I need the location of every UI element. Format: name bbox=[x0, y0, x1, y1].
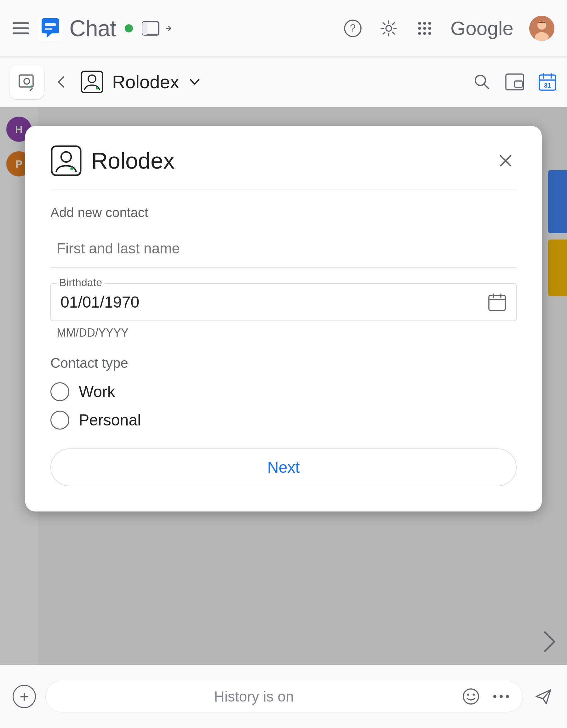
svg-line-23 bbox=[30, 88, 32, 91]
radio-work-label: Work bbox=[79, 383, 115, 401]
modal-title-row: Rolodex bbox=[50, 145, 175, 176]
help-button[interactable]: ? bbox=[343, 18, 363, 38]
more-options-button[interactable] bbox=[492, 694, 510, 699]
radio-personal-label: Personal bbox=[79, 411, 141, 429]
add-contact-section-label: Add new contact bbox=[50, 205, 517, 220]
window-tab-icon[interactable] bbox=[142, 21, 173, 36]
svg-point-14 bbox=[418, 32, 421, 35]
rolodex-modal: Rolodex Add new contact Birthdate 01/01/… bbox=[25, 126, 542, 511]
svg-point-9 bbox=[423, 22, 426, 25]
radio-work-circle[interactable] bbox=[50, 382, 69, 401]
svg-rect-2 bbox=[45, 28, 52, 30]
modal-header: Rolodex bbox=[50, 145, 517, 189]
svg-point-26 bbox=[96, 87, 98, 90]
svg-rect-1 bbox=[45, 23, 56, 26]
sub-header-bar: Rolodex 31 bbox=[0, 57, 567, 107]
message-input-area[interactable]: History is on bbox=[45, 681, 523, 712]
modal-area: Rolodex Add new contact Birthdate 01/01/… bbox=[0, 107, 567, 665]
modal-title: Rolodex bbox=[91, 148, 175, 174]
top-navigation-bar: Chat ? bbox=[0, 0, 567, 57]
svg-point-11 bbox=[418, 27, 421, 30]
google-wordmark: Google bbox=[450, 17, 513, 39]
chat-logo-icon bbox=[38, 16, 63, 41]
history-status-text: History is on bbox=[58, 688, 449, 705]
birthdate-value: 01/01/1970 bbox=[61, 293, 139, 311]
svg-point-37 bbox=[61, 152, 71, 162]
radio-personal-circle[interactable] bbox=[50, 411, 69, 430]
bottom-bar: + History is on bbox=[0, 665, 567, 728]
svg-point-46 bbox=[467, 694, 469, 696]
svg-text:31: 31 bbox=[544, 82, 551, 89]
rolodex-sub-title: Rolodex bbox=[112, 71, 179, 92]
radio-option-personal[interactable]: Personal bbox=[50, 411, 517, 430]
svg-point-21 bbox=[24, 78, 30, 84]
top-bar-actions: ? Google bbox=[343, 16, 554, 41]
add-icon: + bbox=[20, 689, 29, 704]
search-button[interactable] bbox=[472, 72, 492, 92]
svg-point-22 bbox=[30, 85, 32, 87]
birthdate-wrapper: Birthdate 01/01/1970 bbox=[50, 283, 517, 321]
svg-point-48 bbox=[493, 695, 496, 698]
svg-point-38 bbox=[70, 167, 73, 170]
svg-point-45 bbox=[463, 689, 478, 704]
birthdate-field[interactable]: 01/01/1970 bbox=[50, 283, 517, 321]
svg-rect-41 bbox=[489, 295, 505, 310]
settings-button[interactable] bbox=[379, 18, 399, 38]
svg-line-28 bbox=[484, 84, 489, 89]
next-button-label: Next bbox=[268, 458, 300, 477]
birthdate-label: Birthdate bbox=[57, 276, 105, 289]
contact-header-icon bbox=[79, 69, 105, 95]
apps-button[interactable] bbox=[414, 18, 435, 38]
sub-bar-actions: 31 bbox=[472, 72, 558, 92]
svg-point-7 bbox=[386, 26, 391, 31]
svg-point-25 bbox=[88, 75, 96, 83]
modal-close-button[interactable] bbox=[495, 150, 517, 172]
chat-logo: Chat bbox=[38, 15, 116, 41]
contact-type-label: Contact type bbox=[50, 355, 517, 371]
svg-point-16 bbox=[428, 32, 431, 35]
svg-point-15 bbox=[423, 32, 426, 35]
svg-point-8 bbox=[418, 22, 421, 25]
svg-point-13 bbox=[428, 27, 431, 30]
add-message-button[interactable]: + bbox=[13, 685, 36, 708]
online-status-indicator bbox=[125, 24, 133, 32]
svg-point-47 bbox=[473, 694, 475, 696]
svg-point-10 bbox=[428, 22, 431, 25]
svg-rect-4 bbox=[142, 22, 148, 35]
compose-button[interactable] bbox=[9, 65, 44, 99]
radio-option-work[interactable]: Work bbox=[50, 382, 517, 401]
svg-point-50 bbox=[506, 695, 509, 698]
svg-point-12 bbox=[423, 27, 426, 30]
next-button[interactable]: Next bbox=[50, 448, 517, 486]
calendar-button[interactable]: 31 bbox=[537, 72, 558, 92]
hamburger-menu-button[interactable] bbox=[13, 22, 29, 34]
svg-rect-30 bbox=[515, 81, 522, 87]
emoji-button[interactable] bbox=[462, 688, 480, 705]
pip-button[interactable] bbox=[505, 72, 525, 92]
app-title: Chat bbox=[69, 15, 116, 41]
dropdown-button[interactable] bbox=[187, 74, 203, 90]
send-button[interactable] bbox=[532, 685, 554, 708]
calendar-picker-icon[interactable] bbox=[488, 293, 506, 312]
modal-app-icon bbox=[50, 145, 82, 176]
svg-point-49 bbox=[500, 695, 503, 698]
user-avatar[interactable] bbox=[529, 16, 554, 41]
name-input-field[interactable] bbox=[50, 230, 517, 268]
svg-rect-20 bbox=[19, 75, 33, 87]
birthdate-format-hint: MM/DD/YYYY bbox=[57, 326, 517, 339]
back-button[interactable] bbox=[52, 74, 72, 90]
svg-text:?: ? bbox=[350, 22, 356, 34]
